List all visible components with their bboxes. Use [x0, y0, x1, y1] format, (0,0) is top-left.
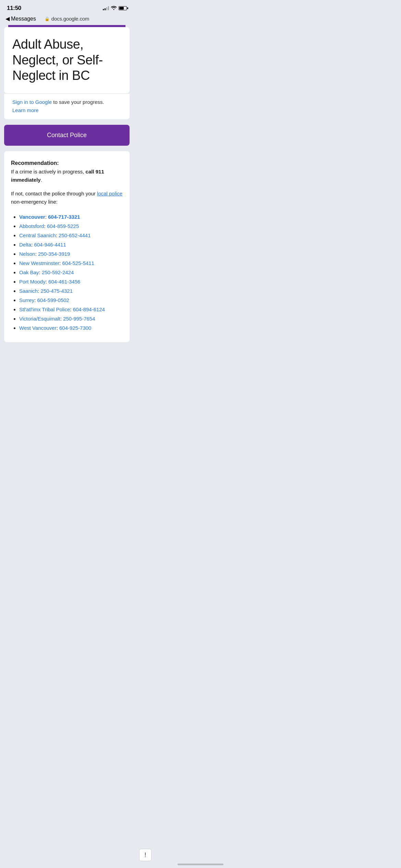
police-phone-link[interactable]: 604-859-5225	[47, 223, 79, 229]
signin-card: Sign in to Google to save your progress.…	[4, 93, 130, 120]
police-phone-link[interactable]: 604-925-7300	[59, 325, 91, 331]
learn-more-link[interactable]: Learn more	[12, 107, 121, 113]
local-police-link[interactable]: local police	[97, 191, 122, 196]
lock-icon: 🔒	[45, 16, 50, 21]
police-city-link[interactable]: Oak Bay	[19, 269, 39, 275]
police-city-link[interactable]: Vancouver	[19, 214, 45, 220]
colon-separator: :	[46, 279, 48, 285]
police-phone-link[interactable]: 604-525-5411	[62, 260, 94, 266]
colon-separator: :	[38, 288, 40, 294]
content-area: Adult Abuse, Neglect, or Self-Neglect in…	[0, 25, 134, 342]
police-contact-list: Vancouver: 604-717-3321Abbotsford: 604-8…	[11, 212, 123, 333]
recommendation-title: Recommendation:	[11, 160, 59, 166]
url-text: docs.google.com	[51, 16, 89, 22]
list-item: New Westminster: 604-525-5411	[19, 258, 123, 268]
wifi-icon	[111, 6, 117, 11]
battery-icon	[119, 6, 127, 10]
nav-bar: ◀ Messages 🔒 docs.google.com	[0, 14, 134, 25]
police-phone-link[interactable]: 604-894-6124	[73, 306, 105, 312]
police-phone-link[interactable]: 604-946-4411	[34, 242, 66, 248]
rec-text-part2: .	[41, 177, 42, 183]
colon-separator: :	[60, 316, 63, 322]
police-city-link[interactable]: Surrey	[19, 297, 34, 303]
address-bar[interactable]: 🔒 docs.google.com	[45, 16, 89, 22]
non-emergency-part2: non-emergency line:	[11, 199, 58, 205]
list-item: Stl'atl'imx Tribal Police: 604-894-6124	[19, 305, 123, 314]
police-phone-link[interactable]: 250-354-3919	[38, 251, 70, 257]
police-city-link[interactable]: Victoria/Esquimalt	[19, 316, 60, 322]
police-city-link[interactable]: Central Saanich	[19, 232, 56, 238]
back-label: Messages	[11, 16, 36, 22]
signin-suffix: to save your progress.	[52, 99, 104, 105]
police-phone-link[interactable]: 604-599-0502	[37, 297, 69, 303]
back-chevron-icon: ◀	[5, 15, 10, 22]
colon-separator: :	[45, 214, 48, 220]
contact-police-button[interactable]: Contact Police	[4, 125, 130, 146]
colon-separator: :	[70, 306, 73, 312]
police-city-link[interactable]: Stl'atl'imx Tribal Police	[19, 306, 70, 312]
list-item: Central Saanich: 250-652-4441	[19, 231, 123, 240]
police-phone-link[interactable]: 250-475-4321	[41, 288, 73, 294]
colon-separator: :	[57, 325, 59, 331]
signal-icon	[103, 6, 109, 10]
list-item: Delta: 604-946-4411	[19, 240, 123, 249]
rec-text-part1: If a crime is actively in progress,	[11, 169, 86, 174]
non-emergency-part1: If not, contact the police through your	[11, 191, 97, 196]
recommendation-card: Recommendation: If a crime is actively i…	[4, 151, 130, 342]
colon-separator: :	[35, 251, 38, 257]
status-time: 11:50	[7, 5, 21, 12]
police-city-link[interactable]: Nelson	[19, 251, 35, 257]
list-item: Nelson: 250-354-3919	[19, 249, 123, 258]
police-city-link[interactable]: Abbotsford	[19, 223, 44, 229]
list-item: Vancouver: 604-717-3321	[19, 212, 123, 221]
police-phone-link[interactable]: 250-652-4441	[59, 232, 90, 238]
non-emergency-text: If not, contact the police through your …	[11, 190, 123, 206]
list-item: Surrey: 604-599-0502	[19, 296, 123, 305]
police-phone-link[interactable]: 250-592-2424	[42, 269, 74, 275]
list-item: Oak Bay: 250-592-2424	[19, 268, 123, 277]
police-city-link[interactable]: New Westminster	[19, 260, 59, 266]
list-item: Victoria/Esquimalt: 250-995-7654	[19, 314, 123, 323]
list-item: Saanich: 250-475-4321	[19, 286, 123, 296]
list-item: Abbotsford: 604-859-5225	[19, 221, 123, 231]
recommendation-text: Recommendation: If a crime is actively i…	[11, 159, 123, 184]
status-icons	[103, 6, 127, 11]
sign-in-google-link[interactable]: Sign in to Google	[12, 99, 52, 105]
police-phone-link[interactable]: 250-995-7654	[63, 316, 95, 322]
colon-separator: :	[59, 260, 62, 266]
colon-separator: :	[44, 223, 47, 229]
colon-separator: :	[34, 297, 37, 303]
list-item: Port Moody: 604-461-3456	[19, 277, 123, 286]
police-city-link[interactable]: Delta	[19, 242, 31, 248]
page-title: Adult Abuse, Neglect, or Self-Neglect in…	[12, 37, 121, 84]
police-city-link[interactable]: West Vancouver	[19, 325, 57, 331]
title-card: Adult Abuse, Neglect, or Self-Neglect in…	[4, 27, 130, 93]
colon-separator: :	[56, 232, 59, 238]
signin-text: Sign in to Google to save your progress.	[12, 99, 104, 105]
police-phone-link[interactable]: 604-717-3321	[48, 214, 80, 220]
colon-separator: :	[39, 269, 42, 275]
status-bar: 11:50	[0, 0, 134, 14]
police-city-link[interactable]: Port Moody	[19, 279, 46, 285]
police-phone-link[interactable]: 604-461-3456	[48, 279, 80, 285]
police-city-link[interactable]: Saanich	[19, 288, 38, 294]
list-item: West Vancouver: 604-925-7300	[19, 323, 123, 333]
back-button[interactable]: ◀ Messages	[5, 15, 36, 22]
